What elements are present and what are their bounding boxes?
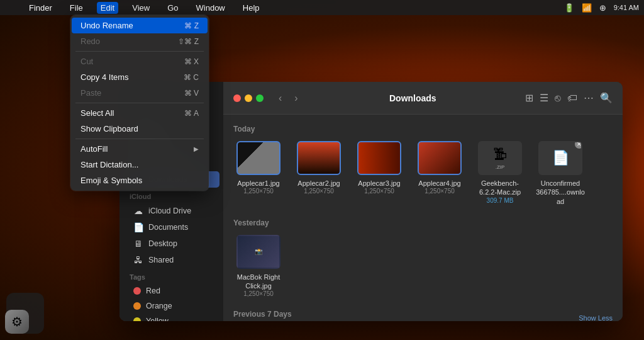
file-name-unconfirmed: Unconfirmed 366785....ownload bbox=[535, 179, 586, 206]
menu-item-undo[interactable]: Undo Rename ⌘ Z bbox=[72, 18, 208, 33]
view-menu[interactable]: View bbox=[128, 2, 153, 14]
menubar: Finder File Edit View Go Window Help 🔋 📶… bbox=[0, 0, 644, 15]
shared-icon: 🖧 bbox=[133, 255, 143, 265]
file-size-applecar1: 1,250×750 bbox=[243, 188, 274, 195]
file-name-geekbench: Geekbench-6.2.2-Mac.zip bbox=[475, 179, 525, 197]
tag-red-label: Red bbox=[146, 286, 160, 295]
menu-item-redo[interactable]: Redo ⇧⌘ Z bbox=[72, 33, 208, 49]
go-menu[interactable]: Go bbox=[164, 2, 182, 14]
back-button[interactable]: ‹ bbox=[276, 91, 284, 105]
toolbar: ‹ › Downloads ⊞ ☰ ⎋ 🏷 ⋯ 🔍 bbox=[223, 82, 623, 115]
sidebar-item-desktop-label: Desktop bbox=[148, 239, 177, 248]
show-less-button[interactable]: Show Less bbox=[579, 314, 613, 321]
file-item-applecar1[interactable]: Applecar1.jpg 1,250×750 bbox=[233, 141, 284, 206]
view-list-button[interactable]: ☰ bbox=[540, 92, 548, 104]
maximize-button[interactable] bbox=[256, 94, 264, 102]
menu-item-paste[interactable]: Paste ⌘ V bbox=[72, 85, 208, 101]
documents-icon: 📄 bbox=[133, 222, 143, 232]
tag-orange-dot bbox=[133, 302, 141, 310]
clock: 9:41 AM bbox=[614, 4, 639, 11]
wifi-icon: 📶 bbox=[582, 3, 592, 13]
file-item-unconfirmed[interactable]: 📄 ✕ Unconfirmed 366785....ownload bbox=[535, 141, 586, 206]
sidebar-item-icloud-label: iCloud Drive bbox=[148, 207, 191, 215]
help-menu[interactable]: Help bbox=[239, 2, 264, 14]
view-grid-button[interactable]: ⊞ bbox=[525, 92, 533, 104]
menu-item-select-all[interactable]: Select All ⌘ A bbox=[72, 105, 208, 121]
file-size-macbok: 1,250×750 bbox=[243, 290, 274, 297]
file-size-applecar4: 1,250×750 bbox=[425, 188, 455, 195]
battery-icon: 🔋 bbox=[564, 3, 574, 13]
sidebar-item-tag-yellow[interactable]: Yellow bbox=[123, 314, 219, 321]
edit-menu-dropdown: Undo Rename ⌘ Z Redo ⇧⌘ Z Cut ⌘ X Copy 4… bbox=[70, 15, 209, 191]
file-size-applecar2: 1,250×750 bbox=[304, 188, 334, 195]
menu-item-dictation[interactable]: Start Dictation... bbox=[72, 157, 208, 173]
today-files-grid: Applecar1.jpg 1,250×750 Applecar2.jpg 1,… bbox=[233, 141, 613, 206]
close-button[interactable] bbox=[233, 94, 241, 102]
tags-section-label: Tags bbox=[119, 268, 223, 283]
search-button[interactable]: 🔍 bbox=[600, 92, 613, 104]
menu-item-emoji[interactable]: Emoji & Symbols bbox=[72, 173, 208, 188]
file-name-macbok: MacBok Right Click.jpg bbox=[233, 273, 284, 291]
window-menu[interactable]: Window bbox=[192, 2, 229, 14]
file-item-macbok[interactable]: 📸 MacBok Right Click.jpg 1,250×750 bbox=[233, 235, 284, 298]
today-label: Today bbox=[233, 125, 613, 133]
file-name-applecar4: Applecar4.jpg bbox=[418, 179, 460, 188]
sidebar-item-documents[interactable]: 📄 Documents bbox=[123, 219, 219, 235]
menu-item-cut[interactable]: Cut ⌘ X bbox=[72, 54, 208, 69]
autofill-arrow-icon: ▶ bbox=[194, 145, 199, 152]
previous-section: Previous 7 Days Show Less bbox=[233, 310, 613, 321]
menu-item-show-clipboard[interactable]: Show Clipboard bbox=[72, 121, 208, 137]
icloud-icon: ☁ bbox=[133, 206, 143, 216]
share-button[interactable]: ⎋ bbox=[555, 93, 561, 104]
toolbar-actions: ⊞ ☰ ⎋ 🏷 ⋯ 🔍 bbox=[525, 92, 613, 104]
sidebar-item-tag-orange[interactable]: Orange bbox=[123, 298, 219, 314]
menu-item-autofill[interactable]: AutoFill ▶ bbox=[72, 141, 208, 157]
file-item-applecar3[interactable]: Applecar3.jpg 1,250×750 bbox=[354, 141, 404, 206]
file-menu[interactable]: File bbox=[66, 2, 87, 14]
sidebar-item-tag-red[interactable]: Red bbox=[123, 283, 219, 298]
tag-button[interactable]: 🏷 bbox=[567, 93, 577, 104]
sidebar-item-documents-label: Documents bbox=[148, 223, 188, 232]
tag-red-dot bbox=[133, 287, 141, 295]
file-area: Today Applecar1.jpg 1,250×750 Applecar2.… bbox=[223, 115, 623, 321]
yesterday-label: Yesterday bbox=[233, 218, 613, 227]
main-content: ‹ › Downloads ⊞ ☰ ⎋ 🏷 ⋯ 🔍 Today Applecar… bbox=[223, 82, 623, 321]
menu-sep-2 bbox=[75, 103, 204, 103]
more-button[interactable]: ⋯ bbox=[584, 92, 594, 104]
file-item-geekbench[interactable]: 🗜 .ZIP Geekbench-6.2.2-Mac.zip 309.7 MB bbox=[475, 141, 525, 206]
tag-yellow-dot bbox=[133, 317, 141, 321]
tag-orange-label: Orange bbox=[146, 302, 172, 310]
menu-item-copy[interactable]: Copy 4 Items ⌘ C bbox=[72, 69, 208, 85]
traffic-lights bbox=[233, 94, 264, 102]
sidebar-item-icloud-drive[interactable]: ☁ iCloud Drive bbox=[123, 203, 219, 219]
sidebar-item-shared-label: Shared bbox=[148, 256, 174, 264]
sidebar-item-desktop[interactable]: 🖥 Desktop bbox=[123, 235, 219, 252]
system-preferences-icon[interactable]: ⚙ bbox=[5, 310, 29, 334]
control-center-icon[interactable]: ⊕ bbox=[599, 3, 606, 13]
forward-button[interactable]: › bbox=[292, 91, 300, 105]
file-size-applecar3: 1,250×750 bbox=[364, 188, 394, 195]
yesterday-files-grid: 📸 MacBok Right Click.jpg 1,250×750 bbox=[233, 235, 613, 298]
menu-sep-3 bbox=[75, 139, 204, 139]
window-title: Downloads bbox=[308, 93, 518, 103]
file-item-applecar2[interactable]: Applecar2.jpg 1,250×750 bbox=[294, 141, 344, 206]
apple-menu[interactable] bbox=[5, 6, 13, 9]
finder-menu[interactable]: Finder bbox=[25, 2, 56, 14]
previous-label: Previous 7 Days bbox=[233, 310, 292, 319]
file-name-applecar2: Applecar2.jpg bbox=[297, 179, 340, 188]
file-size-geekbench: 309.7 MB bbox=[487, 197, 514, 204]
unconfirmed-badge: ✕ bbox=[575, 141, 582, 149]
file-item-applecar4[interactable]: Applecar4.jpg 1,250×750 bbox=[414, 141, 465, 206]
file-name-applecar1: Applecar1.jpg bbox=[237, 179, 279, 188]
yesterday-section: Yesterday 📸 MacBok Right Click.jpg 1,250… bbox=[233, 218, 613, 298]
minimize-button[interactable] bbox=[245, 94, 252, 102]
desktop-icon: 🖥 bbox=[133, 239, 143, 249]
file-name-applecar3: Applecar3.jpg bbox=[358, 179, 400, 188]
sidebar-item-shared[interactable]: 🖧 Shared bbox=[123, 252, 219, 268]
edit-menu-trigger[interactable]: Edit bbox=[97, 2, 118, 14]
menu-sep-1 bbox=[75, 51, 204, 52]
tag-yellow-label: Yellow bbox=[146, 317, 169, 321]
